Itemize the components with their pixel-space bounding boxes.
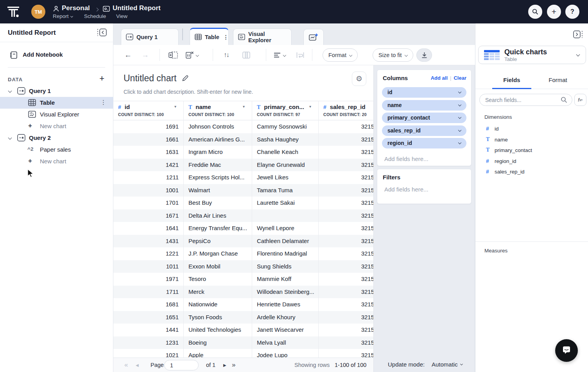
- tab-visual-explorer[interactable]: Visual Explorer: [233, 29, 292, 45]
- cell-contact[interactable]: Ardelle Khoury: [252, 311, 319, 324]
- sidebar-item-new-chart[interactable]: + New chart: [0, 156, 113, 167]
- cell-name[interactable]: United Technologies: [184, 324, 252, 336]
- cell-name[interactable]: J.P. Morgan Chase: [184, 247, 252, 260]
- columns-field-pill[interactable]: primary_contact: [382, 113, 466, 123]
- table-row[interactable]: 1701Best BuyLaurette Sakai3215: [113, 197, 373, 209]
- cell-name[interactable]: Apple: [184, 349, 252, 358]
- cell-name[interactable]: Johnson Controls: [184, 120, 252, 133]
- sort-icon[interactable]: ↑↓: [224, 51, 229, 59]
- cell-id[interactable]: 1681: [113, 298, 184, 311]
- dimension-item[interactable]: #id: [475, 123, 588, 134]
- column-sort-icon[interactable]: ▾: [243, 104, 245, 109]
- update-mode-select[interactable]: Automatic: [432, 361, 463, 368]
- cell-contact[interactable]: Mammie Koff: [252, 273, 319, 286]
- cell-name[interactable]: Merck: [184, 286, 252, 299]
- cell-name[interactable]: Delta Air Lines: [184, 209, 252, 222]
- add-data-button[interactable]: +: [99, 73, 104, 84]
- quick-charts-selector[interactable]: Quick charts Table: [478, 46, 586, 64]
- menu-view[interactable]: View: [116, 13, 127, 19]
- format-button[interactable]: Format: [323, 48, 358, 62]
- sidebar-item-query1[interactable]: Query 1: [0, 85, 113, 97]
- table-row[interactable]: 1691Johnson ControlsCammy Sosnowski3215: [113, 120, 373, 133]
- cell-name[interactable]: Tyson Foods: [184, 311, 252, 324]
- tab-query1[interactable]: Query 1: [121, 29, 179, 45]
- sidebar-item-paper-sales[interactable]: ^2 Paper sales: [0, 144, 113, 156]
- sidebar-item-new-chart[interactable]: + New chart: [0, 120, 113, 132]
- cell-id[interactable]: 1231: [113, 336, 184, 349]
- cell-id[interactable]: 1011: [113, 260, 184, 273]
- cell-id[interactable]: 1631: [113, 146, 184, 159]
- cell-id[interactable]: 1651: [113, 311, 184, 324]
- table-row[interactable]: 1421Freddie MacElayne Grunewald3215: [113, 159, 373, 172]
- chart-title[interactable]: Untitled chart: [124, 73, 177, 84]
- align-icon[interactable]: [274, 52, 286, 58]
- cell-sales-rep-id[interactable]: 3215: [319, 298, 373, 311]
- last-page-icon[interactable]: »: [232, 361, 235, 369]
- cell-sales-rep-id[interactable]: 3215: [319, 120, 373, 133]
- table-row[interactable]: 1971TesoroMammie Koff3215: [113, 273, 373, 286]
- cell-id[interactable]: 1221: [113, 247, 184, 260]
- add-notebook-button[interactable]: Add Notebook: [0, 49, 113, 61]
- cell-sales-rep-id[interactable]: 3215: [319, 273, 373, 286]
- size-to-fit-button[interactable]: Size to fit: [373, 48, 413, 62]
- edit-pencil-icon[interactable]: [182, 75, 189, 82]
- new-chart-tab-button[interactable]: [303, 29, 324, 45]
- brand-logo-icon[interactable]: [7, 5, 20, 18]
- cell-id[interactable]: 1431: [113, 235, 184, 248]
- cell-id[interactable]: 1001: [113, 184, 184, 197]
- cell-contact[interactable]: [252, 209, 319, 222]
- table-row[interactable]: 1671Delta Air Lines3215: [113, 209, 373, 222]
- cell-contact[interactable]: Sasha Haughey: [252, 133, 319, 146]
- add-formula-button[interactable]: fx+: [574, 94, 586, 106]
- chevron-down-icon[interactable]: [8, 89, 12, 93]
- cell-sales-rep-id[interactable]: 3215: [319, 311, 373, 324]
- cell-sales-rep-id[interactable]: 3215: [319, 349, 373, 358]
- cell-contact[interactable]: Tamara Tuma: [252, 184, 319, 197]
- clear-link[interactable]: Clear: [454, 75, 466, 81]
- dimension-item[interactable]: Tprimary_contact: [475, 145, 588, 156]
- undo-arrow-icon[interactable]: ←: [124, 51, 132, 59]
- cell-name[interactable]: American Airlines G...: [184, 133, 252, 146]
- cell-sales-rep-id[interactable]: 3215: [319, 286, 373, 299]
- sidebar-item-table[interactable]: Table ⋮: [0, 97, 113, 109]
- table-row[interactable]: 1441United TechnologiesJanett Wisecarver…: [113, 324, 373, 336]
- table-row[interactable]: 1011Exxon MobilSung Shields3215: [113, 260, 373, 273]
- table-row[interactable]: 1711MerckWillodean Steinberg...3215: [113, 286, 373, 299]
- table-row[interactable]: 1681NationwideHenriette Dawes3215: [113, 298, 373, 311]
- prev-page-icon[interactable]: ◀: [136, 363, 139, 367]
- cell-id[interactable]: 1421: [113, 159, 184, 172]
- cell-name[interactable]: Tesoro: [184, 273, 252, 286]
- columns-field-pill[interactable]: sales_rep_id: [382, 125, 466, 136]
- first-page-icon[interactable]: «: [124, 361, 128, 369]
- cell-id[interactable]: 1441: [113, 324, 184, 336]
- cell-name[interactable]: Exxon Mobil: [184, 260, 252, 273]
- cell-contact[interactable]: Chanelle Keach: [252, 146, 319, 159]
- cell-id[interactable]: 1211: [113, 171, 184, 184]
- cell-sales-rep-id[interactable]: 3215: [319, 222, 373, 235]
- cell-name[interactable]: Energy Transfer Equ...: [184, 222, 252, 235]
- sidebar-item-query2[interactable]: Query 2: [0, 132, 113, 144]
- cell-id[interactable]: 1971: [113, 273, 184, 286]
- column-sort-icon[interactable]: ▾: [174, 104, 176, 109]
- cell-name[interactable]: PepsiCo: [184, 235, 252, 248]
- cell-id[interactable]: 1691: [113, 120, 184, 133]
- cell-name[interactable]: Best Buy: [184, 197, 252, 209]
- table-row[interactable]: 1211Express Scripts Hol...Jewell Likes32…: [113, 171, 373, 184]
- table-row[interactable]: 1651Tyson FoodsArdelle Khoury3215: [113, 311, 373, 324]
- table-row[interactable]: 1001WalmartTamara Tuma3215: [113, 184, 373, 197]
- cell-id[interactable]: 1021: [113, 349, 184, 358]
- column-header-sales-rep-id[interactable]: #sales_rep_id COUNT DISTINCT: 20: [319, 101, 373, 121]
- cell-sales-rep-id[interactable]: 3215: [319, 146, 373, 159]
- cell-sales-rep-id[interactable]: 3215: [319, 260, 373, 273]
- dimension-item[interactable]: #region_id: [475, 156, 588, 167]
- cell-name[interactable]: Express Scripts Hol...: [184, 171, 252, 184]
- sidebar-item-visual-explorer[interactable]: Visual Explorer: [0, 109, 113, 120]
- cell-sales-rep-id[interactable]: 3215: [319, 184, 373, 197]
- avatar[interactable]: TM: [31, 5, 45, 19]
- cell-sales-rep-id[interactable]: 3215: [319, 197, 373, 209]
- cell-contact[interactable]: Florentino Madrigal: [252, 247, 319, 260]
- cell-contact[interactable]: Wynell Lepore: [252, 222, 319, 235]
- cell-sales-rep-id[interactable]: 3215: [319, 336, 373, 349]
- columns-field-pill[interactable]: name: [382, 100, 466, 111]
- cell-contact[interactable]: Cammy Sosnowski: [252, 120, 319, 133]
